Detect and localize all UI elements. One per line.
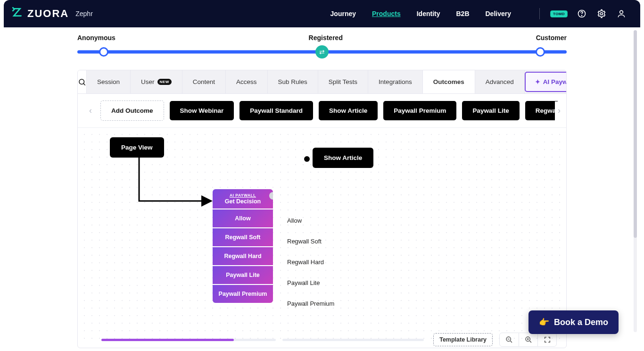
tab-ai-paywall[interactable]: ✦AI Paywall	[525, 72, 567, 92]
badge-new: NEW	[157, 79, 172, 85]
outcome-scroll-right[interactable]: ›	[555, 101, 563, 120]
zoom-out-button[interactable]	[500, 333, 519, 346]
page-scrollbar[interactable]	[634, 30, 637, 332]
fullscreen-button[interactable]	[537, 333, 556, 346]
tab-search[interactable]	[78, 70, 87, 93]
logo: ZUORA Zephr	[11, 6, 93, 22]
nav-right: TOMD	[539, 8, 627, 19]
topbar: ZUORA Zephr Journey Products Identity B2…	[4, 0, 640, 27]
outcome-chip[interactable]: Show Article	[319, 101, 378, 120]
opt-label: Paywall Premium	[287, 300, 334, 307]
settings-icon[interactable]	[596, 8, 607, 19]
flow-canvas[interactable]: Page View Show Article AI PAYWALL Get De…	[78, 128, 566, 345]
ai-option-regwall-soft[interactable]: Regwall Soft	[213, 228, 273, 246]
ai-option-regwall-hard[interactable]: Regwall Hard	[213, 247, 273, 265]
nav-products[interactable]: Products	[372, 10, 401, 17]
outcome-chip[interactable]: Paywall Premium	[383, 101, 456, 120]
ai-option-paywall-lite[interactable]: Paywall Lite	[213, 266, 273, 284]
book-demo-button[interactable]: 👉 Book a Demo	[528, 310, 619, 334]
outcome-chip[interactable]: Paywall Lite	[462, 101, 519, 120]
nav-b2b[interactable]: B2B	[456, 10, 469, 17]
svg-point-1	[582, 16, 582, 16]
journey-dot-anonymous[interactable]	[99, 47, 108, 57]
profile-icon[interactable]	[616, 8, 627, 19]
tab-outcomes[interactable]: Outcomes	[423, 70, 475, 93]
opt-label: Allow	[287, 217, 302, 224]
help-icon[interactable]	[576, 8, 587, 19]
journey-label-customer: Customer	[536, 34, 567, 42]
tab-access[interactable]: Access	[226, 70, 268, 93]
ai-paywall-block[interactable]: AI PAYWALL Get Decision Allow Regwall So…	[213, 189, 273, 303]
sparkle-icon: ✦	[535, 78, 540, 85]
outcome-scroll-left[interactable]: ‹	[86, 101, 95, 120]
outcome-toolbar: ‹ Add Outcome Show Webinar Paywall Stand…	[78, 94, 566, 128]
primary-nav: Journey Products Identity B2B Delivery T…	[330, 8, 627, 19]
ai-knob[interactable]	[269, 192, 273, 200]
tab-session[interactable]: Session	[87, 70, 131, 93]
opt-label: Regwall Soft	[287, 238, 322, 245]
ai-title: Get Decision	[225, 198, 261, 205]
svg-point-3	[620, 10, 623, 14]
tab-split[interactable]: Split Tests	[318, 70, 368, 93]
zoom-controls	[499, 333, 557, 347]
brand-sub: Zephr	[75, 10, 93, 17]
ai-caption: AI PAYWALL	[215, 193, 270, 198]
node-port[interactable]	[304, 156, 310, 162]
node-show-article[interactable]: Show Article	[313, 148, 373, 168]
env-pill[interactable]: TOMD	[550, 10, 568, 17]
h-scroll-1[interactable]	[101, 339, 276, 341]
journey-bar: Anonymous Registered Customer ⇄	[0, 27, 644, 70]
tab-user[interactable]: UserNEW	[131, 70, 182, 93]
tab-advanced[interactable]: Advanced	[475, 70, 525, 93]
h-scroll-2[interactable]	[282, 339, 424, 341]
ai-option-allow[interactable]: Allow	[213, 209, 273, 227]
add-outcome-button[interactable]: Add Outcome	[100, 100, 164, 121]
tab-integrations[interactable]: Integrations	[368, 70, 423, 93]
rules-panel: Session UserNEW Content Access Sub Rules…	[77, 70, 567, 348]
opt-label: Regwall Hard	[287, 259, 324, 266]
tabs: Session UserNEW Content Access Sub Rules…	[78, 70, 566, 94]
journey-label-anonymous: Anonymous	[77, 34, 116, 42]
journey-label-registered: Registered	[309, 34, 343, 42]
journey-dot-customer[interactable]	[536, 47, 545, 57]
nav-journey[interactable]: Journey	[330, 10, 356, 17]
outcome-chip[interactable]: Show Webinar	[170, 101, 234, 120]
svg-point-2	[601, 13, 603, 15]
cta-label: Book a Demo	[554, 318, 608, 327]
nav-identity[interactable]: Identity	[417, 10, 440, 17]
ai-option-paywall-premium[interactable]: Paywall Premium	[213, 285, 273, 303]
logo-mark-icon	[11, 6, 24, 22]
ai-head[interactable]: AI PAYWALL Get Decision	[213, 189, 273, 209]
journey-dot-registered[interactable]: ⇄	[315, 45, 329, 58]
zoom-in-button[interactable]	[519, 333, 537, 346]
outcome-chip[interactable]: Paywall Standard	[239, 101, 313, 120]
template-library-button[interactable]: Template Library	[433, 333, 493, 346]
opt-label: Paywall Lite	[287, 279, 320, 286]
outcome-chip[interactable]: Regwall Hard	[525, 101, 558, 120]
svg-point-4	[79, 79, 84, 84]
nav-delivery[interactable]: Delivery	[486, 10, 511, 17]
node-page-view[interactable]: Page View	[110, 137, 164, 158]
tab-content[interactable]: Content	[182, 70, 226, 93]
canvas-footer: Template Library	[78, 332, 566, 348]
brand-text: ZUORA	[27, 8, 69, 20]
pointer-icon: 👉	[539, 317, 549, 327]
tab-subrules[interactable]: Sub Rules	[268, 70, 318, 93]
